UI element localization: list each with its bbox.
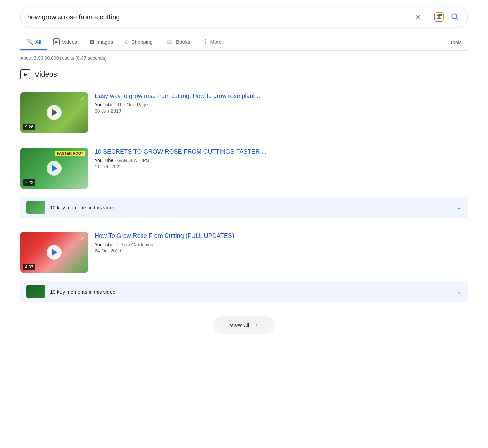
play-triangle-2 [52, 165, 57, 172]
tab-images-label: Images [96, 39, 113, 45]
play-button-1[interactable] [47, 105, 62, 120]
section-header: ▶ Videos ⋮ [20, 69, 468, 80]
chevron-down-icon-2: ⌄ [457, 288, 462, 295]
books-icon: 📖 [165, 38, 174, 45]
key-moments-left-1: 10 key moments in this video [26, 201, 115, 214]
expand-icon-2[interactable]: ⤢ [80, 151, 85, 158]
video-title-1[interactable]: Easy way to grow rose from cutting, How … [95, 92, 468, 100]
video-info-1: Easy way to grow rose from cutting, How … [95, 92, 468, 114]
video-icon: ▶ [53, 38, 60, 45]
expand-icon-1[interactable]: ⤢ [80, 95, 85, 102]
play-triangle-3 [52, 249, 57, 256]
video-item-3: 4:37 ⤢ How To Grow Rose From Cutting (FU… [20, 232, 468, 273]
video-item-2: FASTER ROOT 7:22 ⤢ 10 SECRETS TO GROW RO… [20, 148, 468, 189]
tab-all[interactable]: 🔍 All [20, 34, 47, 50]
google-lens-button[interactable] [434, 12, 444, 22]
video-meta-2: YouTube · GARDEN TIPS 11-Feb-2022 [95, 158, 468, 169]
play-triangle-1 [52, 109, 57, 116]
tab-images[interactable]: 🖼 Images [83, 35, 119, 50]
dot-separator-2: · [115, 158, 117, 163]
tools-tab[interactable]: Tools [444, 35, 468, 49]
view-all-divider [20, 309, 468, 309]
video-meta-3: YouTube · Urban Gardening 24-Oct-2019 [95, 242, 468, 253]
video-info-2: 10 SECRETS TO GROW ROSE FROM CUTTINGS FA… [95, 148, 468, 169]
duration-badge-2: 7:22 [23, 179, 35, 186]
video-date-2: 11-Feb-2022 [95, 164, 468, 169]
key-moments-thumb-2 [26, 285, 45, 298]
view-all-label: View all [229, 322, 249, 328]
divider [429, 13, 429, 21]
key-moments-thumb-1 [26, 201, 45, 214]
video-channel-3: Urban Gardening [117, 242, 153, 247]
video-separator-2 [20, 225, 468, 225]
video-source-1: YouTube [95, 102, 113, 107]
video-meta-1: YouTube · The One Page 05-Jan-2019 [95, 102, 468, 114]
search-bar-icons [414, 11, 461, 23]
view-all-container: View all → [20, 316, 468, 334]
videos-section: ▶ Videos ⋮ 9:26 ⤢ Easy way to grow rose … [20, 69, 468, 334]
tab-more-label: More [210, 39, 222, 45]
section-title: Videos [34, 70, 57, 79]
play-button-2[interactable] [47, 161, 62, 176]
shopping-icon: ◇ [125, 39, 129, 45]
video-channel-2: GARDEN TIPS [117, 158, 149, 163]
tab-more[interactable]: ⋮ More [196, 34, 228, 50]
more-dots-icon: ⋮ [202, 38, 208, 45]
video-date-3: 24-Oct-2019 [95, 248, 468, 253]
arrow-right-icon: → [253, 322, 259, 328]
camera-lens-icon [438, 16, 440, 18]
key-moments-left-2: 10 key moments in this video [26, 285, 115, 298]
tabs-bar: 🔍 All ▶ Videos 🖼 Images ◇ Shopping 📖 Boo… [20, 34, 468, 51]
video-info-3: How To Grow Rose From Cutting (FULL UPDA… [95, 232, 468, 253]
search-button[interactable] [449, 11, 461, 23]
results-count: About 3,93,00,000 results (0.47 seconds) [20, 55, 468, 61]
video-separator-1 [20, 141, 468, 141]
chevron-down-icon-1: ⌄ [457, 204, 462, 211]
play-icon: ▶ [24, 72, 27, 77]
tab-shopping[interactable]: ◇ Shopping [119, 34, 158, 50]
video-thumb-1[interactable]: 9:26 ⤢ [20, 92, 88, 133]
play-button-3[interactable] [47, 245, 62, 260]
search-input[interactable]: how grow a rose from a cutting [27, 13, 410, 21]
video-channel-1: The One Page [117, 102, 148, 107]
video-item-1: 9:26 ⤢ Easy way to grow rose from cuttin… [20, 92, 468, 133]
tab-books-label: Books [176, 39, 190, 45]
key-moments-text-1: 10 key moments in this video [50, 205, 115, 210]
close-icon [415, 14, 422, 20]
video-thumb-3[interactable]: 4:37 ⤢ [20, 232, 88, 273]
section-play-icon: ▶ [20, 69, 30, 79]
section-divider [20, 85, 468, 85]
section-options-icon[interactable]: ⋮ [61, 69, 71, 80]
video-source-2: YouTube [95, 158, 113, 163]
video-date-1: 05-Jan-2019 [95, 108, 468, 114]
duration-badge-3: 4:37 [23, 264, 35, 270]
key-moments-bar-1[interactable]: 10 key moments in this video ⌄ [20, 197, 468, 218]
tab-books[interactable]: 📖 Books [159, 34, 196, 50]
view-all-button[interactable]: View all → [213, 316, 274, 334]
key-moments-text-2: 10 key moments in this video [50, 289, 115, 295]
video-title-3[interactable]: How To Grow Rose From Cutting (FULL UPDA… [95, 232, 468, 240]
images-icon: 🖼 [89, 39, 94, 45]
tab-all-label: All [35, 39, 41, 45]
tab-shopping-label: Shopping [131, 39, 152, 45]
clear-button[interactable] [414, 12, 423, 22]
expand-icon-3[interactable]: ⤢ [80, 235, 85, 242]
duration-badge-1: 9:26 [23, 124, 35, 130]
tab-videos-label: Videos [62, 39, 77, 45]
all-search-icon: 🔍 [26, 38, 33, 45]
dot-separator-3: · [115, 242, 117, 247]
search-bar: how grow a rose from a cutting [20, 7, 468, 27]
search-icon [450, 13, 459, 21]
key-moments-bar-2[interactable]: 10 key moments in this video ⌄ [20, 281, 468, 302]
video-title-2[interactable]: 10 SECRETS TO GROW ROSE FROM CUTTINGS FA… [95, 148, 468, 156]
camera-icon [437, 15, 441, 19]
video-source-3: YouTube [95, 242, 113, 247]
video-thumb-2[interactable]: FASTER ROOT 7:22 ⤢ [20, 148, 88, 189]
tab-videos[interactable]: ▶ Videos [47, 34, 83, 50]
